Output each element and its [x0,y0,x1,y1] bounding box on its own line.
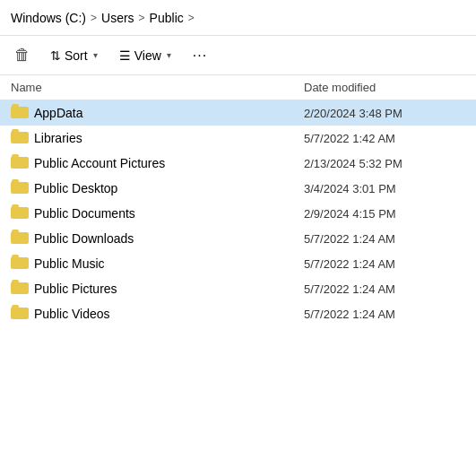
view-label: View [134,48,161,63]
folder-icon [11,255,29,273]
folder-icon [11,230,29,247]
breadcrumb-sep-3: > [188,12,195,24]
file-name: Public Downloads [34,231,304,246]
file-name: Public Documents [34,206,304,221]
breadcrumb-sep-1: > [91,12,97,24]
file-name: AppData [34,106,304,120]
view-chevron-icon: ▾ [167,50,171,60]
table-row[interactable]: Public Documents 2/9/2024 4:15 PM [0,201,476,226]
column-header-date[interactable]: Date modified [304,81,465,94]
file-date: 5/7/2022 1:24 AM [304,232,465,246]
table-row[interactable]: Public Downloads 5/7/2022 1:24 AM [0,226,476,251]
recycle-icon: 🗑 [14,46,30,65]
file-name: Public Account Pictures [34,156,304,170]
file-list-header: Name Date modified [0,75,476,100]
file-date: 2/9/2024 4:15 PM [304,207,465,221]
file-date: 5/7/2022 1:42 AM [304,132,465,145]
file-name: Public Pictures [34,282,304,296]
folder-icon [11,129,29,147]
file-date: 5/7/2022 1:24 AM [304,282,465,296]
table-row[interactable]: Public Videos 5/7/2022 1:24 AM [0,301,476,326]
file-name: Public Music [34,256,304,271]
breadcrumb: Windows (C:) > Users > Public > [0,0,476,36]
folder-icon [11,179,29,197]
view-button[interactable]: ☰ View ▾ [110,44,180,67]
sort-chevron-icon: ▾ [93,50,98,60]
table-row[interactable]: AppData 2/20/2024 3:48 PM [0,100,476,126]
file-name: Public Desktop [34,181,304,195]
toolbar: 🗑 ⇅ Sort ▾ ☰ View ▾ ··· [0,36,476,75]
table-row[interactable]: Public Account Pictures 2/13/2024 5:32 P… [0,151,476,176]
folder-icon [11,280,29,298]
table-row[interactable]: Public Desktop 3/4/2024 3:01 PM [0,176,476,201]
folder-icon [11,305,29,323]
file-date: 2/13/2024 5:32 PM [304,157,465,170]
breadcrumb-item-windows[interactable]: Windows (C:) [11,11,86,25]
file-date: 5/7/2022 1:24 AM [304,257,465,271]
table-row[interactable]: Libraries 5/7/2022 1:42 AM [0,126,476,151]
file-list: AppData 2/20/2024 3:48 PM Libraries 5/7/… [0,100,476,326]
sort-arrows-icon: ⇅ [50,48,61,63]
breadcrumb-item-users[interactable]: Users [101,11,134,25]
file-name: Public Videos [34,307,304,321]
folder-icon [11,104,29,122]
view-lines-icon: ☰ [119,48,131,63]
sort-label: Sort [65,48,88,63]
file-date: 5/7/2022 1:24 AM [304,308,465,321]
folder-icon [11,154,29,172]
sort-button[interactable]: ⇅ Sort ▾ [41,44,107,67]
more-options-button[interactable]: ··· [184,43,216,68]
file-name: Libraries [34,131,304,145]
column-header-name[interactable]: Name [11,81,304,94]
table-row[interactable]: Public Pictures 5/7/2022 1:24 AM [0,276,476,301]
file-date: 2/20/2024 3:48 PM [304,107,465,120]
recycle-button[interactable]: 🗑 [7,41,38,70]
breadcrumb-item-public[interactable]: Public [150,11,184,25]
breadcrumb-sep-2: > [139,12,145,24]
more-icon: ··· [193,48,207,64]
folder-icon [11,204,29,222]
file-date: 3/4/2024 3:01 PM [304,182,465,195]
table-row[interactable]: Public Music 5/7/2022 1:24 AM [0,251,476,276]
